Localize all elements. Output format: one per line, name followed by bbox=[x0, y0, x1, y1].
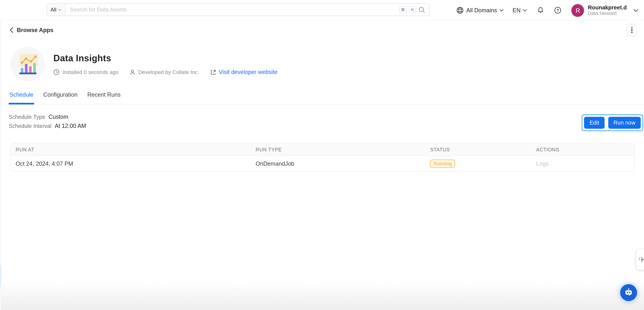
more-options-button[interactable] bbox=[627, 24, 637, 36]
bottom-gradient bbox=[0, 281, 644, 310]
breadcrumb: Browse Apps bbox=[17, 27, 53, 33]
column-status: STATUS bbox=[425, 146, 532, 152]
run-at-cell: Oct 24, 2024, 4:07 PM bbox=[11, 160, 251, 167]
developer-info: Developed by Collate Inc. bbox=[129, 69, 199, 75]
help-button[interactable]: ? bbox=[554, 7, 562, 14]
domains-label: All Domains bbox=[466, 7, 497, 14]
left-rail-highlight bbox=[0, 265, 1, 287]
chevron-down-icon bbox=[500, 9, 504, 12]
user-role: Data Steward bbox=[588, 11, 627, 16]
app-window: All ⌘ K All Domains EN bbox=[0, 0, 644, 310]
table-header-row: RUN AT RUN TYPE STATUS ACTIONS bbox=[11, 143, 634, 156]
run-now-button[interactable]: Run now bbox=[608, 117, 641, 129]
notifications-button[interactable] bbox=[537, 7, 544, 14]
tab-configuration[interactable]: Configuration bbox=[42, 91, 78, 105]
user-menu[interactable]: R Rounakpreet.d Data Steward bbox=[572, 4, 638, 17]
robot-icon bbox=[624, 288, 633, 297]
tab-bar: Schedule Configuration Recent Runs bbox=[0, 91, 644, 105]
language-label: EN bbox=[512, 7, 520, 14]
status-badge: Running bbox=[430, 159, 455, 168]
chat-bot-button[interactable] bbox=[620, 284, 637, 301]
developer-website-link[interactable]: Visit developer website bbox=[210, 69, 278, 75]
developer-text: Developed by Collate Inc. bbox=[138, 69, 199, 75]
schedule-type-value: Custom bbox=[48, 113, 68, 120]
run-type-cell: OnDemandJob bbox=[251, 160, 425, 167]
installed-text: Installed 0 seconds ago bbox=[62, 69, 118, 75]
chart-illustration-icon bbox=[16, 53, 40, 75]
globe-icon bbox=[456, 7, 464, 14]
search-icon[interactable] bbox=[418, 6, 425, 13]
top-navigation-bar: All ⌘ K All Domains EN bbox=[0, 0, 644, 21]
domains-dropdown[interactable]: All Domains bbox=[456, 7, 504, 14]
search-filter-label: All bbox=[50, 7, 56, 13]
edge-widget-icon bbox=[639, 256, 644, 263]
column-actions: ACTIONS bbox=[531, 146, 634, 152]
chevron-left-icon bbox=[10, 27, 13, 33]
avatar: R bbox=[572, 4, 584, 17]
page-title: Data Insights bbox=[53, 53, 278, 64]
topbar-right-cluster: All Domains EN ? R Rounakpreet.d Data St… bbox=[456, 0, 638, 21]
chevron-down-icon bbox=[523, 9, 527, 12]
clock-icon bbox=[53, 69, 60, 75]
edit-button[interactable]: Edit bbox=[584, 117, 604, 129]
logs-link[interactable]: Logs bbox=[536, 160, 548, 167]
person-icon bbox=[129, 69, 135, 75]
table-row: Oct 24, 2024, 4:07 PM OnDemandJob Runnin… bbox=[11, 156, 634, 171]
back-to-browse-apps[interactable]: Browse Apps bbox=[10, 27, 53, 33]
bell-icon bbox=[537, 7, 544, 14]
schedule-actions-group: Edit Run now bbox=[582, 114, 643, 131]
schedule-type-label: Schedule Type bbox=[8, 114, 45, 120]
chevron-down-icon bbox=[58, 9, 62, 11]
app-logo bbox=[10, 47, 45, 81]
page-subheader: Browse Apps bbox=[0, 21, 644, 40]
tab-schedule[interactable]: Schedule bbox=[8, 91, 34, 105]
developer-website-label: Visit developer website bbox=[219, 69, 278, 75]
schedule-interval-value: At 12:00 AM bbox=[55, 123, 86, 129]
recent-runs-table: RUN AT RUN TYPE STATUS ACTIONS Oct 24, 2… bbox=[10, 143, 634, 172]
tab-recent-runs[interactable]: Recent Runs bbox=[86, 91, 121, 105]
help-icon: ? bbox=[554, 7, 562, 14]
app-header: Data Insights Installed 0 seconds ago De… bbox=[0, 47, 644, 81]
schedule-interval-label: Schedule Interval bbox=[8, 123, 52, 129]
search-input[interactable] bbox=[66, 4, 399, 16]
global-search-bar[interactable]: All ⌘ K bbox=[46, 3, 430, 16]
external-link-icon bbox=[210, 69, 216, 75]
chevron-down-icon bbox=[633, 9, 638, 12]
column-run-type: RUN TYPE bbox=[251, 146, 425, 152]
language-dropdown[interactable]: EN bbox=[512, 7, 527, 14]
edge-widget-button[interactable] bbox=[636, 249, 644, 270]
user-name: Rounakpreet.d bbox=[588, 4, 627, 11]
installed-info: Installed 0 seconds ago bbox=[53, 69, 118, 75]
left-edge-rail bbox=[0, 21, 1, 310]
svg-text:?: ? bbox=[557, 8, 559, 13]
column-run-at: RUN AT bbox=[11, 146, 251, 152]
search-filter-dropdown[interactable]: All bbox=[47, 4, 66, 16]
schedule-section: Schedule Type Custom Schedule Interval A… bbox=[0, 113, 644, 131]
k-key-hint: K bbox=[409, 6, 416, 13]
cmd-key-hint: ⌘ bbox=[399, 6, 406, 13]
